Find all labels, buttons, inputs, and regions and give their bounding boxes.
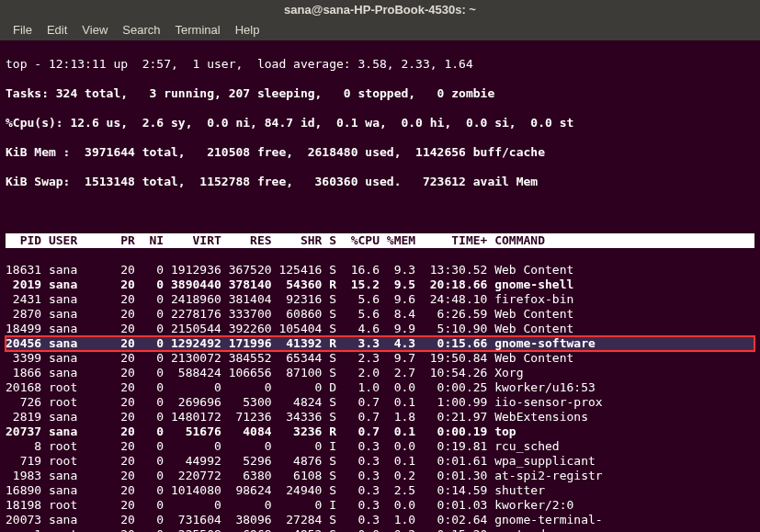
summary-line: top - 12:13:11 up 2:57, 1 user, load ave…	[6, 57, 754, 72]
process-row: 20737 sana 20 0 51676 4084 3236 R 0.7 0.…	[6, 424, 754, 439]
process-row: 1 root 20 0 225508 6968 4952 S 0.0 0.2 0…	[6, 527, 754, 532]
menu-edit[interactable]: Edit	[40, 23, 74, 37]
menubar: FileEditViewSearchTerminalHelp	[0, 20, 760, 40]
process-row: 20456 sana 20 0 1292492 171996 41392 R 3…	[6, 336, 754, 351]
process-row: 726 root 20 0 269696 5300 4824 S 0.7 0.1…	[6, 395, 754, 410]
process-row: 3399 sana 20 0 2130072 384552 65344 S 2.…	[6, 351, 754, 366]
process-row: 8 root 20 0 0 0 0 I 0.3 0.0 0:19.81 rcu_…	[6, 439, 754, 454]
blank-line	[6, 204, 754, 219]
process-row: 20168 root 20 0 0 0 0 D 1.0 0.0 0:00.25 …	[6, 380, 754, 395]
menu-terminal[interactable]: Terminal	[168, 23, 228, 37]
process-row: 18499 sana 20 0 2150544 392260 105404 S …	[6, 322, 754, 336]
summary-line: %Cpu(s): 12.6 us, 2.6 sy, 0.0 ni, 84.7 i…	[6, 116, 754, 130]
window-title: sana@sana-HP-ProBook-4530s: ~	[0, 0, 760, 20]
process-row: 2431 sana 20 0 2418960 381404 92316 S 5.…	[6, 292, 754, 307]
process-row: 18198 root 20 0 0 0 0 I 0.3 0.0 0:01.03 …	[6, 498, 754, 513]
column-header: PID USER PR NI VIRT RES SHR S %CPU %MEM …	[6, 233, 754, 248]
menu-view[interactable]: View	[74, 23, 115, 37]
terminal-output[interactable]: top - 12:13:11 up 2:57, 1 user, load ave…	[0, 40, 760, 532]
menu-search[interactable]: Search	[115, 23, 167, 37]
summary-line: KiB Swap: 1513148 total, 1152788 free, 3…	[6, 175, 754, 189]
process-row: 18631 sana 20 0 1912936 367520 125416 S …	[6, 263, 754, 277]
process-row: 1866 sana 20 0 588424 106656 87100 S 2.0…	[6, 366, 754, 380]
process-row: 1983 sana 20 0 220772 6380 6108 S 0.3 0.…	[6, 469, 754, 483]
process-row: 719 root 20 0 44992 5296 4876 S 0.3 0.1 …	[6, 454, 754, 469]
menu-help[interactable]: Help	[228, 23, 267, 37]
process-row: 16890 sana 20 0 1014080 98624 24940 S 0.…	[6, 483, 754, 498]
process-row: 20073 sana 20 0 731604 38096 27284 S 0.3…	[6, 513, 754, 527]
menu-file[interactable]: File	[6, 23, 40, 37]
process-row: 2870 sana 20 0 2278176 333700 60860 S 5.…	[6, 307, 754, 322]
process-row: 2019 sana 20 0 3890440 378140 54360 R 15…	[6, 277, 754, 292]
summary-line: KiB Mem : 3971644 total, 210508 free, 26…	[6, 145, 754, 160]
summary-line: Tasks: 324 total, 3 running, 207 sleepin…	[6, 86, 754, 101]
process-row: 2819 sana 20 0 1480172 71236 34336 S 0.7…	[6, 410, 754, 424]
